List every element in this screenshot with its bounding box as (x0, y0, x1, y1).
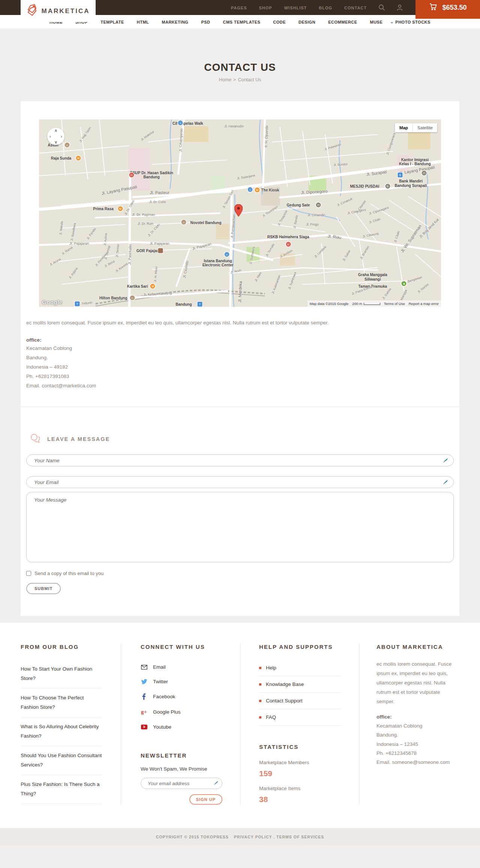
help-link[interactable]: Contact Support (259, 693, 340, 709)
help-link[interactable]: Knowladge Base (259, 676, 340, 693)
about-office-line: Ph. +6212345678 (376, 749, 459, 758)
main-nav-item[interactable]: ECOMMERCE (328, 18, 357, 25)
blog-link[interactable]: How To Choose The Perfect Fashion Store? (21, 689, 102, 717)
chat-bubbles-icon (30, 433, 41, 445)
statistics-heading: STATISTICS (259, 744, 340, 750)
pan-down-icon[interactable]: ∨ (54, 140, 57, 145)
search-icon[interactable] (378, 4, 386, 11)
map-type-satellite-button[interactable]: Satellite (413, 123, 437, 132)
map-pan-control[interactable]: ∧ ∨ ‹ › (47, 128, 64, 145)
social-link-facebook[interactable]: Facebook (141, 689, 221, 704)
submit-button[interactable]: SUBMIT (26, 583, 61, 594)
send-copy-checkbox[interactable] (26, 571, 31, 576)
contact-info: ec mollis lorem consequat. Fusce ipsum e… (26, 319, 454, 391)
main-nav-item[interactable]: PHOTO STOCKS (395, 18, 430, 25)
place-poi-icon: • (224, 252, 229, 257)
chevron-down-icon[interactable]: ⌄ (390, 19, 394, 24)
map-type-map-button[interactable]: Map (395, 123, 413, 132)
main-nav-item[interactable]: CODE (273, 18, 286, 25)
office-line: Kecamatan Coblong (26, 344, 454, 353)
main-nav-item[interactable]: MUSE (370, 18, 383, 25)
museum-poi-icon: Π (422, 171, 426, 176)
user-icon[interactable] (396, 4, 404, 11)
pan-right-icon[interactable]: › (61, 134, 62, 139)
signup-button[interactable]: SIGN UP (189, 794, 222, 805)
pen-icon (442, 479, 448, 487)
about-heading: ABOUT MARKETICA (376, 644, 459, 650)
blog-link[interactable]: Should You Use Fashion Consultant Servic… (21, 746, 102, 775)
blog-list: How To Start Your Own Fashion Store?How … (21, 660, 102, 804)
main-nav-item[interactable]: TEMPLATE (100, 18, 124, 25)
help-list: HelpKnowladge BaseContact SupportFAQ (259, 660, 340, 726)
newsletter-note: We Won't Spam, We Promise (141, 766, 221, 772)
about-office-label: office: (376, 713, 459, 722)
train-poi-icon: T (197, 302, 202, 307)
blog-link[interactable]: What is So Alluring About Celebrity Fash… (21, 717, 102, 746)
cart-total: $653.50 (442, 4, 466, 12)
main-nav-item[interactable]: HTML (137, 18, 149, 25)
svg-text:You: You (142, 725, 144, 726)
about-office-line: Bandung. (376, 731, 459, 740)
report-map-error-link[interactable]: Report a map error (409, 302, 439, 306)
main-nav-item[interactable]: DESIGN (298, 18, 315, 25)
map-type-control: Map Satellite (395, 123, 437, 132)
social-link-email[interactable]: Email (141, 660, 221, 674)
header-nav-item[interactable]: WISHLIST (284, 4, 307, 11)
pan-up-icon[interactable]: ∧ (54, 128, 57, 133)
breadcrumb-current: Contact Us (238, 77, 261, 82)
office-label: office: (26, 336, 454, 344)
social-link-google-plus[interactable]: g+Google Plus (141, 704, 221, 720)
header-nav-item[interactable]: PAGES (231, 4, 247, 11)
help-heading: HELP AND SUPPORTS (259, 644, 340, 650)
youtube-icon: You (141, 725, 147, 729)
tag-logo-icon (27, 4, 38, 18)
main-nav-item[interactable]: CMS TEMPLATES (223, 18, 261, 25)
lodging-poi-icon: ⌂ (130, 296, 135, 300)
site-logo[interactable]: MARKETICA (21, 0, 96, 22)
help-link[interactable]: Help (259, 660, 340, 676)
google-map[interactable]: Cihampelas WalkJl. HasanudinJl. Haji Yas… (39, 120, 441, 307)
map-attribution: Map data ©2015 Google 200 m Terms of Use… (308, 300, 441, 307)
main-nav-item[interactable]: PSD (201, 18, 210, 25)
members-label: Marketplace Members (259, 760, 340, 765)
legal-links[interactable]: PRIVACY POLICY . TERMS OF SERVICES (234, 835, 324, 839)
dining-poi-icon: Ψ (150, 284, 155, 289)
social-link-youtube[interactable]: YouYoutube (141, 720, 221, 734)
place-poi-icon: • (178, 121, 183, 125)
header-nav-item[interactable]: SHOP (259, 4, 272, 11)
page-head: CONTACT US Home>Contact Us (0, 28, 480, 101)
bottom-bar: COPYRIGHT © 2015 TOKOPRESS PRIVACY POLIC… (0, 828, 480, 846)
header-nav-item[interactable]: CONTACT (344, 4, 367, 11)
breadcrumb-home[interactable]: Home (219, 77, 231, 82)
breadcrumb: Home>Contact Us (0, 77, 480, 82)
cart-icon (429, 2, 438, 13)
map-data-text: Map data ©2015 Google (310, 302, 349, 306)
header-nav-item[interactable]: BLOG (319, 4, 332, 11)
email-icon (141, 665, 147, 670)
terms-of-use-link[interactable]: Terms of Use (384, 302, 405, 306)
gplus-icon: g+ (141, 709, 147, 715)
email-input[interactable] (26, 476, 454, 488)
dining-poi-icon: Ψ (118, 206, 123, 211)
copyright-text: COPYRIGHT © 2015 TOKOPRESS (156, 835, 229, 839)
social-list: EmailTwitterFacebookg+Google PlusYouYout… (141, 660, 221, 734)
office-line: Email. contact@marketica.com (26, 381, 454, 391)
poi-icon (158, 248, 163, 253)
blog-link[interactable]: How To Start Your Own Fashion Store? (21, 660, 102, 689)
newsletter-email-input[interactable] (141, 778, 222, 789)
main-nav-item[interactable]: MARKETING (162, 18, 188, 25)
google-logo: Google (42, 299, 63, 305)
header-nav: PAGESSHOPWISHLISTBLOGCONTACT (225, 4, 373, 11)
message-textarea[interactable] (26, 492, 454, 562)
name-input[interactable] (26, 454, 454, 466)
pan-left-icon[interactable]: ‹ (50, 134, 51, 139)
social-label: Youtube (153, 724, 171, 730)
bullet-icon (259, 716, 261, 719)
blog-link[interactable]: Plus Size Fashion: Is There Such a Thing… (21, 775, 102, 804)
social-link-twitter[interactable]: Twitter (141, 674, 221, 689)
newsletter-heading: NEWSLETTER (141, 752, 221, 759)
about-office-line: Indonesia – 12345 (376, 740, 459, 749)
help-link[interactable]: FAQ (259, 709, 340, 726)
hospital-poi-icon: H (286, 242, 291, 247)
cart-button[interactable]: $653.50 (416, 0, 480, 19)
